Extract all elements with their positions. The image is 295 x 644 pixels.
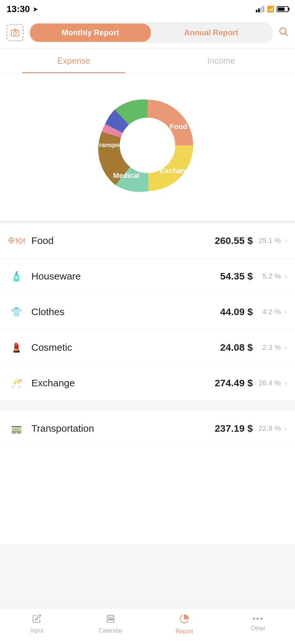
svg-text:Transporta...: Transporta... [96,141,133,148]
clothes-category-item[interactable]: 👕 Clothes 44.09 $ 4.2 % › [0,294,295,330]
exchange-icon: 🥂 [8,375,25,392]
food-percent: 25.1 % [258,236,281,245]
clothes-percent: 4.2 % [258,308,281,316]
exchange-chevron-icon: › [285,379,287,387]
cosmetic-amount: 24.08 $ [220,342,253,353]
location-icon: ➤ [33,5,38,13]
report-icon [179,614,189,626]
clothes-icon: 👕 [8,303,25,320]
income-tab[interactable]: Income [148,49,295,73]
nav-report[interactable]: Report [148,614,221,635]
bottom-nav: Input Calendar Report ••• Other [0,608,295,644]
other-label: Other [251,625,265,632]
exchange-category-item[interactable]: 🥂 Exchange 274.49 $ 26.4 % › [0,365,295,401]
annual-report-tab[interactable]: Annual Report [151,24,272,42]
houseware-amount: 54.35 $ [220,271,253,282]
signal-icon [256,6,264,12]
other-icon: ••• [253,614,264,623]
food-icon: 🍽 [8,232,25,249]
cosmetic-percent: 2.3 % [258,343,281,352]
svg-point-2 [280,28,286,34]
cosmetic-label: Cosmetic [31,342,220,353]
houseware-chevron-icon: › [285,272,287,281]
transportation-percent: 22.8 % [258,424,281,433]
input-icon [32,614,41,625]
svg-rect-18 [112,619,113,620]
svg-line-3 [285,33,287,36]
category-list-group1: 🍽 Food 260.55 $ 25.1 % › 🧴 Houseware 54.… [0,223,295,401]
donut-chart: Food Exchange Medical Transporta... [0,73,295,223]
cosmetic-chevron-icon: › [285,343,287,352]
search-button[interactable] [278,26,288,39]
nav-input[interactable]: Input [0,614,74,635]
svg-text:Medical: Medical [113,171,140,180]
svg-rect-17 [110,619,111,620]
houseware-category-item[interactable]: 🧴 Houseware 54.35 $ 5.2 % › [0,259,295,294]
report-tabs: Monthly Report Annual Report [29,22,273,43]
exchange-label: Exchange [31,378,215,389]
calendar-icon [106,614,115,625]
wifi-icon: 📶 [267,6,274,13]
svg-text:Exchange: Exchange [160,167,194,175]
status-bar: 13:30 ➤ 📶 [0,0,295,17]
houseware-label: Houseware [31,271,220,282]
expense-income-tabs: Expense Income [0,49,295,73]
expense-tab[interactable]: Expense [0,49,148,73]
camera-icon[interactable] [7,24,23,41]
houseware-icon: 🧴 [8,268,25,285]
food-amount: 260.55 $ [215,235,253,246]
food-label: Food [31,235,215,246]
food-category-item[interactable]: 🍽 Food 260.55 $ 25.1 % › [0,223,295,259]
svg-rect-16 [108,619,110,620]
calendar-label: Calendar [99,627,122,634]
nav-other[interactable]: ••• Other [221,614,295,635]
monthly-report-tab[interactable]: Monthly Report [30,24,151,42]
transportation-label: Transportation [31,423,215,434]
svg-point-1 [13,32,16,35]
transportation-chevron-icon: › [285,424,287,433]
status-time: 13:30 [7,4,30,14]
transportation-icon: 🚃 [8,420,25,437]
report-label: Report [176,628,193,635]
group-spacer [0,401,295,411]
battery-icon [277,6,288,12]
status-icons: 📶 [256,6,288,13]
food-chevron-icon: › [285,236,287,245]
houseware-percent: 5.2 % [258,272,281,281]
bottom-spacer [0,446,295,544]
exchange-amount: 274.49 $ [215,378,253,389]
category-list-group2: 🚃 Transportation 237.19 $ 22.8 % › [0,411,295,446]
cosmetic-category-item[interactable]: 💄 Cosmetic 24.08 $ 2.3 % › [0,330,295,365]
exchange-percent: 26.4 % [258,379,281,387]
clothes-amount: 44.09 $ [220,306,253,317]
transportation-amount: 237.19 $ [215,423,253,434]
clothes-label: Clothes [31,306,220,317]
svg-text:Food: Food [170,122,187,131]
transportation-category-item[interactable]: 🚃 Transportation 237.19 $ 22.8 % › [0,411,295,446]
input-label: Input [30,627,43,634]
cosmetic-icon: 💄 [8,339,25,356]
header: Monthly Report Annual Report [0,17,295,49]
nav-calendar[interactable]: Calendar [74,614,148,635]
clothes-chevron-icon: › [285,308,287,316]
